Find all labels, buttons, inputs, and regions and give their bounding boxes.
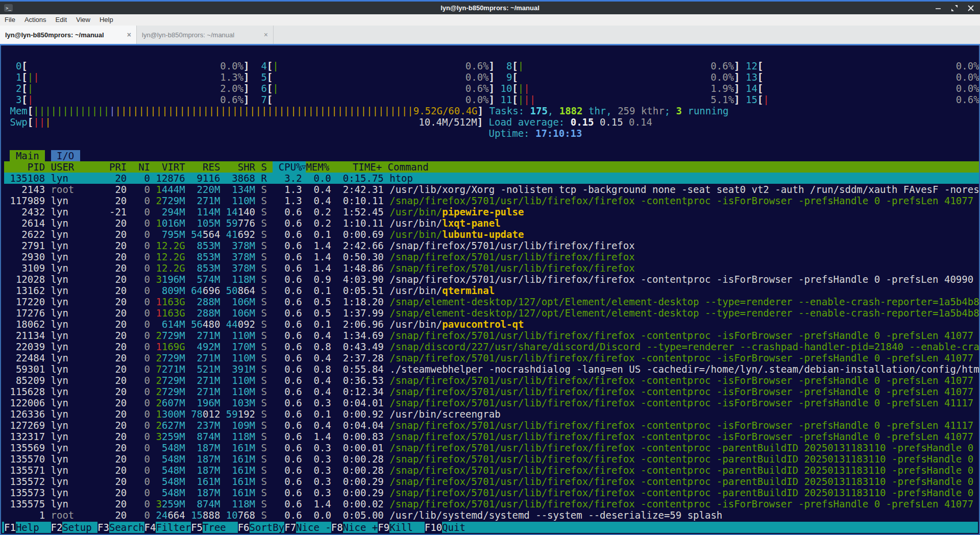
cell-state: S bbox=[261, 431, 266, 442]
process-table-header[interactable]: PID USER PRI NI VIRT RES SHR S CPU%▽MEM%… bbox=[4, 161, 979, 173]
mem-bar: | bbox=[86, 105, 91, 116]
titlebar[interactable]: >_ lyn@lyn-b850mprors: ~/manual bbox=[0, 2, 980, 14]
process-row-2622[interactable]: 2622 lyn 20 0 795M 54564 41692 S 0.6 0.1… bbox=[4, 229, 979, 240]
fkey-F7[interactable]: F7Nice - bbox=[284, 522, 331, 533]
minimize-button[interactable] bbox=[934, 4, 942, 12]
process-row-115628[interactable]: 115628 lyn 20 0 2729M 271M 110M S 0.6 0.… bbox=[4, 386, 979, 397]
cell-ni: 0 bbox=[133, 319, 150, 330]
cell-time: 0:36.53 bbox=[337, 375, 384, 386]
cpu-percent: 0.0% bbox=[956, 83, 979, 94]
fkey-F9[interactable]: F9Kill bbox=[378, 522, 425, 533]
process-row-2143[interactable]: 2143 root 20 0 1444M 220M 134M S 1.3 0.4… bbox=[4, 184, 979, 195]
htop-tab-io[interactable]: I/O bbox=[51, 150, 80, 161]
menu-item-file[interactable]: File bbox=[0, 14, 20, 26]
process-row-17220[interactable]: 17220 lyn 20 0 1163G 288M 106M S 0.6 0.5… bbox=[4, 296, 979, 307]
cell-virt: 3 bbox=[156, 431, 162, 442]
menu-item-view[interactable]: View bbox=[71, 14, 95, 26]
cell-virt: 548M bbox=[162, 487, 185, 498]
cell-virt: 729M bbox=[162, 195, 185, 206]
cell-command: /snap/firefox/5701/usr/lib/firefox/firef… bbox=[389, 262, 634, 274]
cell-res: 271M bbox=[197, 330, 220, 341]
cell-time: 1:52.45 bbox=[337, 206, 384, 217]
process-row-135573[interactable]: 135573 lyn 20 0 548M 187M 161M S 0.6 0.3… bbox=[4, 487, 979, 498]
col-header-sort-cpu[interactable]: CPU%▽ bbox=[273, 161, 306, 173]
process-row-2432[interactable]: 2432 lyn -21 0 294M 114M 14140 S 0.6 0.2… bbox=[4, 206, 979, 217]
cell-time: 2:42.66 bbox=[337, 240, 384, 251]
cell-command: /usr/bin/ bbox=[389, 319, 442, 330]
process-row-135569[interactable]: 135569 lyn 20 0 548M 187M 161M S 0.6 0.3… bbox=[4, 442, 979, 453]
cell-virt: 548M bbox=[162, 476, 185, 487]
process-row-21134[interactable]: 21134 lyn 20 0 2729M 271M 110M S 0.6 0.4… bbox=[4, 330, 979, 341]
process-row-132317[interactable]: 132317 lyn 20 0 3259M 874M 118M S 0.6 1.… bbox=[4, 431, 979, 442]
menu-item-edit[interactable]: Edit bbox=[51, 14, 71, 26]
process-row-135575[interactable]: 135575 lyn 20 0 3259M 874M 118M S 0.6 1.… bbox=[4, 498, 979, 509]
menu-item-actions[interactable]: Actions bbox=[20, 14, 51, 26]
cell-shr: 692 bbox=[238, 229, 255, 240]
col-header: RES bbox=[191, 161, 220, 173]
cell-cpu-percent: 0.6 bbox=[273, 307, 302, 319]
process-row-135570[interactable]: 135570 lyn 20 0 548M 187M 161M S 0.6 0.3… bbox=[4, 453, 979, 465]
process-row-12028[interactable]: 12028 lyn 20 0 3196M 574M 118M S 0.6 0.9… bbox=[4, 274, 979, 285]
cell-mem-percent: 0.3 bbox=[308, 487, 331, 498]
process-row-13162[interactable]: 13162 lyn 20 0 809M 64696 50864 S 0.6 0.… bbox=[4, 285, 979, 296]
cell-virt: 7 bbox=[156, 363, 162, 375]
process-row-135571[interactable]: 135571 lyn 20 0 548M 187M 161M S 0.6 0.3… bbox=[4, 465, 979, 476]
fkey-F2[interactable]: F2Setup bbox=[51, 522, 98, 533]
cell-command: ./steamwebhelper -nocrashdialog -lang=en… bbox=[389, 363, 979, 375]
fkey-number: F8 bbox=[331, 522, 343, 533]
process-row-122006[interactable]: 122006 lyn 20 0 2607M 196M 103M S 0.6 0.… bbox=[4, 397, 979, 408]
process-row-3109[interactable]: 3109 lyn 20 0 12.2G 853M 378M S 0.6 1.4 … bbox=[4, 262, 979, 274]
process-row-85209[interactable]: 85209 lyn 20 0 2729M 271M 110M S 0.6 0.4… bbox=[4, 375, 979, 386]
fkey-F10[interactable]: F10Quit bbox=[425, 522, 477, 533]
cell-cpu-percent: 0.6 bbox=[273, 296, 302, 307]
htop-tab-main[interactable]: Main bbox=[10, 150, 45, 161]
restore-button[interactable] bbox=[950, 4, 959, 12]
cell-res: 012 bbox=[203, 408, 220, 420]
close-button[interactable] bbox=[967, 4, 975, 12]
cell-state: S bbox=[261, 420, 266, 431]
tab-label: lyn@lyn-b850mprors: ~/manual bbox=[5, 31, 123, 39]
process-row-1[interactable]: 1 root 20 0 24664 15888 10768 S 0.6 0.0 … bbox=[4, 509, 979, 521]
col-header: MEM% bbox=[306, 161, 329, 173]
mem-bar: | bbox=[244, 105, 250, 116]
tab-close-icon[interactable]: × bbox=[264, 31, 268, 39]
process-row-117989[interactable]: 117989 lyn 20 0 2729M 271M 110M S 1.3 0.… bbox=[4, 195, 979, 206]
cell-mem-percent: 0.3 bbox=[308, 442, 331, 453]
cell-shr: 391M bbox=[232, 363, 255, 375]
htop-terminal-viewport[interactable]: 0[ 0.0%] 4[| 0.6%] 8[| 0.6%] 12[ 0.0%] 1… bbox=[0, 45, 980, 535]
process-row-22039[interactable]: 22039 lyn 20 0 1169G 492M 170M S 0.6 0.8… bbox=[4, 341, 979, 352]
cell-res: 114M bbox=[197, 206, 220, 217]
process-row-135572[interactable]: 135572 lyn 20 0 548M 161M 161M S 0.6 0.3… bbox=[4, 476, 979, 487]
cell-user: lyn bbox=[51, 274, 104, 285]
mem-bar: | bbox=[39, 105, 45, 116]
process-row-18062[interactable]: 18062 lyn 20 0 614M 56480 44092 S 0.6 0.… bbox=[4, 319, 979, 330]
fkey-F5[interactable]: F5Tree bbox=[191, 522, 238, 533]
process-row-2614[interactable]: 2614 lyn 20 0 1016M 105M 59776 S 0.6 0.2… bbox=[4, 217, 979, 229]
cell-state: S bbox=[261, 296, 266, 307]
cell-ni: 0 bbox=[133, 509, 150, 521]
fkey-F4[interactable]: F4Filter bbox=[144, 522, 191, 533]
process-row-135108[interactable]: 135108 lyn 20 0 12876 9116 3868 R 3.2 0.… bbox=[4, 173, 979, 184]
process-row-127269[interactable]: 127269 lyn 20 0 2627M 237M 109M S 0.6 0.… bbox=[4, 420, 979, 431]
mem-bar: | bbox=[402, 105, 407, 116]
cell-cpu-percent: 0.6 bbox=[273, 476, 302, 487]
process-row-126336[interactable]: 126336 lyn 20 0 1300M 78012 59192 S 0.6 … bbox=[4, 408, 979, 420]
fkey-label: Nice - bbox=[296, 522, 331, 533]
process-row-22484[interactable]: 22484 lyn 20 0 2729M 271M 110M S 0.6 0.4… bbox=[4, 352, 979, 363]
process-row-59301[interactable]: 59301 lyn 20 0 7271M 521M 391M S 0.6 0.8… bbox=[4, 363, 979, 375]
fkey-label: SortBy bbox=[250, 522, 285, 533]
terminal-tab-inactive[interactable]: lyn@lyn-b850mprors: ~/manual × bbox=[137, 26, 274, 44]
fkey-F6[interactable]: F6SortBy bbox=[238, 522, 285, 533]
cell-user: lyn bbox=[51, 296, 104, 307]
tab-close-icon[interactable]: × bbox=[127, 31, 131, 39]
terminal-tab-active[interactable]: lyn@lyn-b850mprors: ~/manual × bbox=[0, 26, 137, 44]
process-row-2930[interactable]: 2930 lyn 20 0 12.2G 853M 378M S 0.6 1.4 … bbox=[4, 251, 979, 262]
cell-res: 480 bbox=[203, 319, 220, 330]
menu-item-help[interactable]: Help bbox=[95, 14, 118, 26]
fkey-F3[interactable]: F3Search bbox=[97, 522, 144, 533]
process-row-2791[interactable]: 2791 lyn 20 0 12.2G 853M 378M S 0.6 1.4 … bbox=[4, 240, 979, 251]
process-row-17276[interactable]: 17276 lyn 20 0 1163G 288M 106M S 0.6 0.5… bbox=[4, 307, 979, 319]
fkey-F1[interactable]: F1Help bbox=[4, 522, 51, 533]
fkey-F8[interactable]: F8Nice + bbox=[331, 522, 378, 533]
cell-res: 78 bbox=[191, 408, 203, 420]
